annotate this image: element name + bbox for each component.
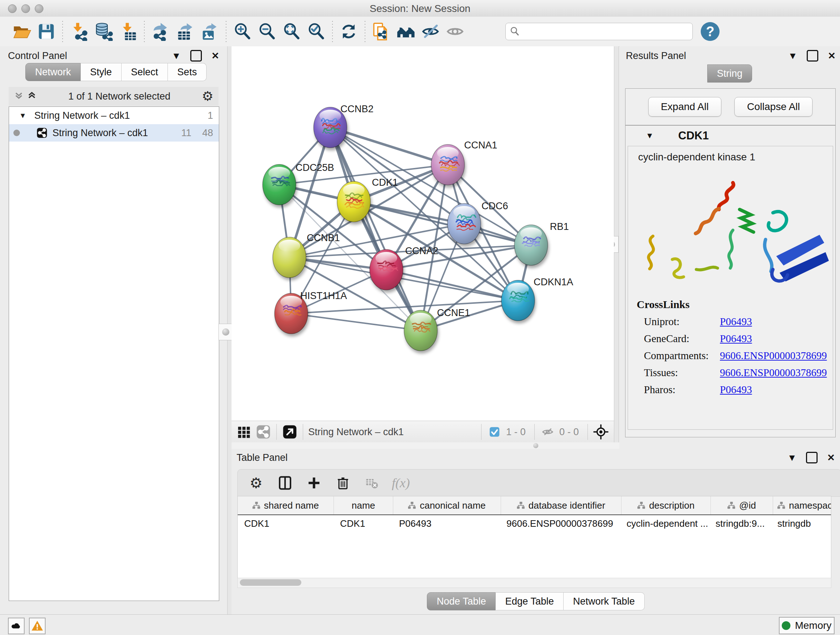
search-input[interactable] bbox=[523, 26, 689, 38]
export-image-button[interactable] bbox=[197, 20, 222, 43]
table-settings-gear-icon[interactable]: ⚙ bbox=[248, 475, 264, 491]
cloud-icon bbox=[11, 620, 22, 632]
tab-node-table[interactable]: Node Table bbox=[427, 592, 496, 610]
zoom-out-button[interactable] bbox=[255, 20, 279, 43]
column-header--id[interactable]: @id bbox=[711, 496, 773, 515]
table-cell[interactable]: CDK1 bbox=[333, 518, 393, 529]
panel-menu-icon[interactable]: ▼ bbox=[172, 50, 181, 62]
delete-table-button[interactable] bbox=[363, 475, 380, 491]
table-cell[interactable]: 9606.ENSP00000378699 bbox=[500, 518, 620, 529]
network-options-gear-icon[interactable]: ⚙ bbox=[202, 89, 213, 104]
column-header-namespace[interactable]: namespace bbox=[773, 496, 831, 515]
memory-button[interactable]: Memory bbox=[779, 617, 835, 634]
crosslink-value-link[interactable]: P06493 bbox=[720, 384, 752, 396]
results-panel-tabs: String bbox=[619, 65, 840, 82]
column-header-database-identifier[interactable]: database identifier bbox=[501, 496, 622, 515]
column-header-canonical-name[interactable]: canonical name bbox=[393, 496, 501, 515]
column-header-description[interactable]: description bbox=[622, 496, 711, 515]
string-home-button[interactable] bbox=[393, 20, 418, 43]
node-RB1[interactable] bbox=[515, 225, 548, 265]
export-table-button[interactable] bbox=[173, 20, 197, 43]
refresh-view-button[interactable] bbox=[336, 20, 361, 43]
tab-edge-table[interactable]: Edge Table bbox=[496, 592, 564, 610]
network-row[interactable]: String Network – cdk1 11 48 bbox=[9, 124, 219, 141]
node-CCNA1[interactable] bbox=[431, 144, 464, 185]
node-CCNE1[interactable] bbox=[404, 310, 437, 351]
crosslink-value-link[interactable]: P06493 bbox=[720, 316, 752, 328]
column-header-shared-name[interactable]: shared name bbox=[238, 496, 334, 515]
network-canvas[interactable]: CCNB2CCNA1CDC25BCDK1CDC6RB1CCNB1CCNA2CDK… bbox=[232, 46, 614, 421]
zoom-selected-button[interactable] bbox=[304, 20, 328, 43]
cloud-services-button[interactable] bbox=[8, 618, 25, 634]
horizontal-splitter-handle[interactable] bbox=[533, 443, 538, 448]
collection-collapse-icon[interactable]: ▼ bbox=[19, 111, 27, 120]
column-header-name[interactable]: name bbox=[334, 496, 393, 515]
expand-all-networks-icon[interactable] bbox=[27, 90, 37, 103]
import-network-from-database-button[interactable] bbox=[91, 20, 116, 43]
node-CDC6[interactable] bbox=[447, 203, 481, 244]
collapse-all-button[interactable]: Collapse All bbox=[734, 97, 813, 117]
tab-network-table[interactable]: Network Table bbox=[564, 592, 645, 610]
panel-float-icon[interactable] bbox=[807, 50, 818, 62]
tab-select[interactable]: Select bbox=[122, 63, 168, 81]
help-button[interactable]: ? bbox=[701, 22, 720, 41]
table-row[interactable]: CDK1CDK1P064939606.ENSP00000378699cyclin… bbox=[238, 515, 831, 532]
toggle-enhanced-labels-button[interactable] bbox=[443, 20, 467, 43]
search-box[interactable] bbox=[505, 23, 693, 40]
table-cell[interactable]: stringdb:9... bbox=[709, 518, 771, 529]
tab-style[interactable]: Style bbox=[81, 63, 122, 81]
panel-close-icon[interactable]: ✕ bbox=[211, 50, 219, 62]
open-session-button[interactable] bbox=[9, 20, 34, 43]
warnings-button[interactable] bbox=[29, 618, 46, 634]
left-splitter-handle[interactable] bbox=[218, 324, 233, 340]
toggle-glass-effect-button[interactable] bbox=[418, 20, 443, 43]
create-column-button[interactable] bbox=[306, 475, 322, 491]
table-horizontal-scrollbar[interactable] bbox=[237, 578, 831, 588]
grid-view-button[interactable] bbox=[236, 424, 252, 440]
network-graph[interactable]: CCNB2CCNA1CDC25BCDK1CDC6RB1CCNB1CCNA2CDK… bbox=[232, 46, 614, 421]
export-network-button[interactable] bbox=[148, 20, 173, 43]
panel-close-icon[interactable]: ✕ bbox=[827, 452, 835, 463]
function-builder-button[interactable]: f(x) bbox=[393, 475, 409, 491]
show-columns-button[interactable] bbox=[277, 475, 294, 491]
expand-all-button[interactable]: Expand All bbox=[648, 97, 722, 117]
zoom-fit-button[interactable] bbox=[279, 20, 304, 43]
network-collection-row[interactable]: ▼ String Network – cdk1 1 bbox=[9, 107, 219, 124]
crosslink-value-link[interactable]: P06493 bbox=[720, 333, 752, 345]
import-table-button[interactable] bbox=[116, 20, 141, 43]
tab-string[interactable]: String bbox=[707, 65, 752, 82]
delete-column-button[interactable] bbox=[335, 475, 351, 491]
save-session-button[interactable] bbox=[34, 20, 58, 43]
edge-CCNB2-CCNA1[interactable] bbox=[330, 127, 448, 165]
edge-HIST1H1A-CCNE1[interactable] bbox=[291, 314, 421, 331]
node-CDC25B[interactable] bbox=[263, 165, 296, 205]
panel-float-icon[interactable] bbox=[190, 50, 202, 62]
crosslink-value-link[interactable]: 9606.ENSP00000378699 bbox=[720, 367, 827, 379]
panel-menu-icon[interactable]: ▼ bbox=[787, 452, 797, 463]
section-collapse-icon[interactable]: ▼ bbox=[646, 131, 654, 141]
table-panel: Table Panel ▼ ✕ ⚙ f(x) shared namenameca… bbox=[232, 449, 840, 614]
zoom-in-button[interactable] bbox=[230, 20, 255, 43]
tab-sets[interactable]: Sets bbox=[168, 63, 207, 81]
table-cell[interactable]: stringdb bbox=[771, 518, 831, 529]
panel-close-icon[interactable]: ✕ bbox=[828, 50, 836, 62]
panel-float-icon[interactable] bbox=[806, 452, 818, 463]
import-network-button[interactable] bbox=[66, 20, 91, 43]
birdseye-view-button[interactable] bbox=[282, 424, 298, 440]
node-CDK1[interactable] bbox=[337, 181, 370, 222]
network-view-mode-button[interactable] bbox=[256, 424, 271, 440]
node-CCNA2[interactable] bbox=[370, 249, 403, 290]
table-cell[interactable]: cyclin-dependent ... bbox=[620, 518, 709, 529]
node-CDKN1A[interactable] bbox=[501, 280, 535, 321]
tab-network[interactable]: Network bbox=[25, 63, 81, 81]
copy-network-button[interactable] bbox=[369, 20, 393, 43]
crosslink-value-link[interactable]: 9606.ENSP00000378699 bbox=[720, 350, 827, 362]
center-view-button[interactable] bbox=[593, 424, 609, 440]
protein-section-header[interactable]: ▼ CDK1 bbox=[625, 126, 835, 146]
panel-menu-icon[interactable]: ▼ bbox=[788, 50, 797, 62]
collapse-all-networks-icon[interactable] bbox=[14, 90, 24, 103]
table-cell[interactable]: P06493 bbox=[393, 518, 500, 529]
node-CCNB1[interactable] bbox=[273, 237, 306, 278]
scrollbar-thumb[interactable] bbox=[240, 579, 302, 586]
table-cell[interactable]: CDK1 bbox=[238, 518, 333, 529]
